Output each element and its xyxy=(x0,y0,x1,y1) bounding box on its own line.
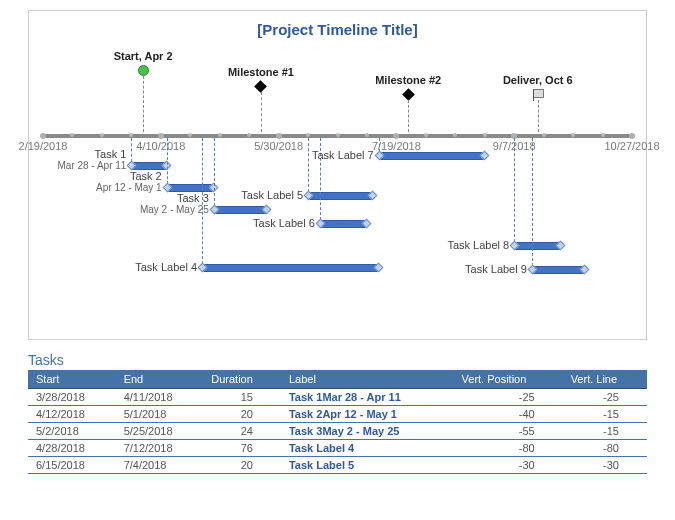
task-bar xyxy=(131,162,166,170)
milestone-label: Milestone #2 xyxy=(358,74,458,86)
task-connector xyxy=(308,138,309,192)
axis-tick-label: 4/10/2018 xyxy=(136,140,185,152)
task-name: Task Label 9 xyxy=(465,263,527,275)
task-name: Task Label 7 xyxy=(312,149,374,161)
milestone: Start, Apr 2 xyxy=(93,50,193,76)
table-cell: -55 xyxy=(454,423,563,440)
table-cell: Task 2Apr 12 - May 1 xyxy=(281,406,454,423)
table-cell: -25 xyxy=(563,389,647,406)
bar-cap-icon xyxy=(304,191,314,201)
table-header: Label xyxy=(281,370,454,389)
table-cell: 3/28/2018 xyxy=(28,389,116,406)
table-row: 6/15/20187/4/201820Task Label 5-30-30 xyxy=(28,457,647,474)
table-cell: -80 xyxy=(454,440,563,457)
bar-cap-icon xyxy=(479,151,489,161)
task-name: Task Label 8 xyxy=(447,239,509,251)
task-bar-label: Task 2Apr 12 - May 1 xyxy=(77,170,162,193)
axis-tick-label: 10/27/2018 xyxy=(604,140,659,152)
table-row: 4/12/20185/1/201820Task 2Apr 12 - May 1-… xyxy=(28,406,647,423)
bar-cap-icon xyxy=(374,151,384,161)
task-connector xyxy=(167,138,168,184)
table-cell: 20 xyxy=(203,457,281,474)
table-cell: Task 3May 2 - May 25 xyxy=(281,423,454,440)
task-bar xyxy=(167,184,214,192)
table-row: 4/28/20187/12/201876Task Label 4-80-80 xyxy=(28,440,647,457)
tasks-table: StartEndDurationLabelVert. PositionVert.… xyxy=(28,370,647,474)
task-bar-label: Task Label 9 xyxy=(442,263,527,275)
table-header: Vert. Line xyxy=(563,370,647,389)
task-bar-label: Task Label 4 xyxy=(112,261,197,273)
table-cell: 4/28/2018 xyxy=(28,440,116,457)
table-cell: -30 xyxy=(454,457,563,474)
milestone-label: Milestone #1 xyxy=(211,66,311,78)
task-name: Task Label 5 xyxy=(241,189,303,201)
timeline-chart: 2/19/20184/10/20185/30/20187/19/20189/7/… xyxy=(43,44,632,324)
task-bar xyxy=(532,266,585,274)
table-cell: 7/4/2018 xyxy=(116,457,204,474)
bar-cap-icon xyxy=(361,219,371,229)
table-cell: Task 1Mar 28 - Apr 11 xyxy=(281,389,454,406)
milestone: Milestone #2 xyxy=(358,74,458,99)
diamond-icon xyxy=(255,80,268,93)
task-bar-label: Task Label 6 xyxy=(230,217,315,229)
table-cell: 5/1/2018 xyxy=(116,406,204,423)
task-bar-label: Task 3May 2 - May 25 xyxy=(124,192,209,215)
table-cell: Task Label 5 xyxy=(281,457,454,474)
task-name: Task Label 4 xyxy=(135,261,197,273)
table-cell: 4/11/2018 xyxy=(116,389,204,406)
table-cell: 76 xyxy=(203,440,281,457)
table-cell: 5/2/2018 xyxy=(28,423,116,440)
table-cell: Task Label 4 xyxy=(281,440,454,457)
table-row: 5/2/20185/25/201824Task 3May 2 - May 25-… xyxy=(28,423,647,440)
axis-tick: 7/19/2018 xyxy=(366,128,426,152)
table-header: Start xyxy=(28,370,116,389)
task-connector xyxy=(214,138,215,206)
task-name: Task 3 xyxy=(177,192,209,204)
task-bar xyxy=(514,242,561,250)
task-name: Task 2 xyxy=(130,170,162,182)
milestone-connector xyxy=(408,100,409,132)
bar-cap-icon xyxy=(527,265,537,275)
axis-tick: 4/10/2018 xyxy=(131,128,191,152)
tasks-section-title: Tasks xyxy=(28,352,647,368)
task-connector xyxy=(202,138,203,264)
bar-cap-icon xyxy=(209,205,219,215)
bar-cap-icon xyxy=(198,263,208,273)
table-cell: 7/12/2018 xyxy=(116,440,204,457)
table-cell: -15 xyxy=(563,406,647,423)
task-connector xyxy=(532,138,533,266)
bar-cap-icon xyxy=(510,241,520,251)
milestone-label: Deliver, Oct 6 xyxy=(488,74,588,86)
task-bar-label: Task 1Mar 28 - Apr 11 xyxy=(41,148,126,171)
table-cell: -15 xyxy=(563,423,647,440)
task-bar xyxy=(320,220,367,228)
table-cell: 15 xyxy=(203,389,281,406)
table-header: Duration xyxy=(203,370,281,389)
task-bar xyxy=(214,206,267,214)
table-cell: -30 xyxy=(563,457,647,474)
bar-cap-icon xyxy=(162,183,172,193)
diamond-icon xyxy=(402,88,415,101)
table-header: End xyxy=(116,370,204,389)
bar-cap-icon xyxy=(127,161,137,171)
task-name: Task Label 6 xyxy=(253,217,315,229)
bar-cap-icon xyxy=(579,265,589,275)
axis-tick: 10/27/2018 xyxy=(602,128,662,152)
bar-cap-icon xyxy=(373,263,383,273)
milestone-connector xyxy=(261,92,262,132)
bar-cap-icon xyxy=(556,241,566,251)
task-bar-label: Task Label 5 xyxy=(218,189,303,201)
table-cell: 5/25/2018 xyxy=(116,423,204,440)
axis-minor-tick xyxy=(100,133,104,137)
task-bar-label: Task Label 8 xyxy=(424,239,509,251)
bar-cap-icon xyxy=(315,219,325,229)
axis-minor-tick xyxy=(218,133,222,137)
table-cell: 24 xyxy=(203,423,281,440)
milestone-connector xyxy=(538,100,539,132)
task-bar xyxy=(379,152,485,160)
table-row: 3/28/20184/11/201815Task 1Mar 28 - Apr 1… xyxy=(28,389,647,406)
milestone-label: Start, Apr 2 xyxy=(93,50,193,62)
table-cell: 4/12/2018 xyxy=(28,406,116,423)
table-cell: -80 xyxy=(563,440,647,457)
task-connector xyxy=(131,138,132,162)
